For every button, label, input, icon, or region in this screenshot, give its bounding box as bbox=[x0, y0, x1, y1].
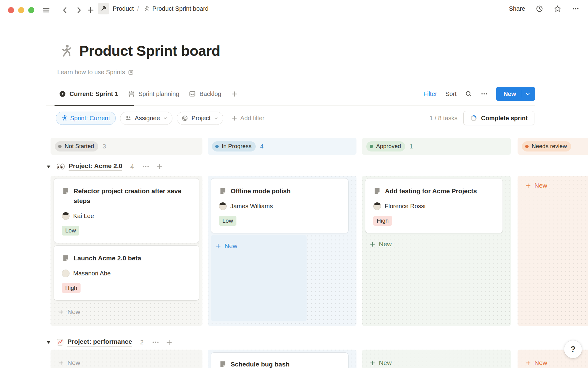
more-options-icon[interactable] bbox=[572, 5, 579, 13]
page-runner-icon[interactable] bbox=[58, 44, 72, 58]
page-icon bbox=[62, 187, 70, 206]
task-card[interactable]: Launch Acme 2.0 beta Masanori Abe High bbox=[54, 246, 199, 300]
group-add-icon[interactable] bbox=[166, 339, 173, 346]
assignee-name: Kai Lee bbox=[73, 213, 94, 220]
share-button[interactable]: Share bbox=[509, 5, 525, 12]
priority-badge: High bbox=[62, 283, 81, 293]
page-title[interactable]: Product Sprint board bbox=[79, 42, 220, 59]
help-button[interactable]: ? bbox=[564, 340, 582, 358]
add-filter-label: Add filter bbox=[240, 115, 265, 122]
task-card[interactable]: Schedule bug bash bbox=[211, 353, 348, 368]
group-header-acme: Project: Acme 2.0 4 bbox=[46, 159, 163, 174]
close-window-button[interactable] bbox=[8, 7, 14, 13]
task-title: Add testing for Acme Projects bbox=[385, 186, 477, 196]
titlebar-actions: Share bbox=[509, 0, 579, 17]
breadcrumb-separator: / bbox=[137, 5, 139, 12]
task-title: Launch Acme 2.0 beta bbox=[74, 253, 141, 263]
column-header-in-progress[interactable]: In Progress 4 bbox=[208, 138, 356, 155]
new-page-icon[interactable] bbox=[87, 6, 95, 14]
board-cell-acme-in-progress: Offline mode polish James Williams Low N… bbox=[208, 176, 356, 326]
group-add-icon[interactable] bbox=[156, 163, 163, 170]
new-card-button[interactable]: New bbox=[365, 237, 511, 251]
plus-icon bbox=[369, 360, 376, 366]
status-pill-in-progress[interactable]: In Progress bbox=[212, 141, 256, 151]
window-titlebar: Product / Product Sprint board Share bbox=[0, 0, 588, 17]
status-label: Approved bbox=[376, 143, 401, 150]
task-title: Refactor project creation after save ste… bbox=[74, 186, 191, 206]
collapse-triangle-icon[interactable] bbox=[46, 340, 51, 345]
tab-current-sprint[interactable]: Current: Sprint 1 bbox=[59, 90, 118, 98]
zoom-window-button[interactable] bbox=[28, 7, 34, 13]
new-card-label: New bbox=[67, 308, 80, 316]
group-more-icon[interactable] bbox=[142, 163, 150, 171]
priority-badge: High bbox=[373, 216, 392, 226]
search-icon[interactable] bbox=[465, 90, 472, 98]
filter-bar: Sprint: Current Assignee Project Add fil… bbox=[0, 111, 588, 125]
group-more-icon[interactable] bbox=[152, 338, 160, 346]
status-pill-approved[interactable]: Approved bbox=[366, 141, 405, 151]
minimize-window-button[interactable] bbox=[18, 7, 24, 13]
group-title[interactable]: Project: performance bbox=[67, 338, 132, 347]
column-header-not-started[interactable]: Not Started 3 bbox=[51, 138, 202, 155]
plus-icon bbox=[215, 243, 221, 249]
plus-icon bbox=[369, 241, 376, 247]
status-pill-not-started[interactable]: Not Started bbox=[55, 141, 98, 151]
tab-label: Sprint planning bbox=[138, 90, 179, 98]
back-icon[interactable] bbox=[61, 6, 69, 14]
priority-badge: Low bbox=[62, 226, 79, 236]
chevron-down-icon bbox=[525, 91, 531, 97]
avatar bbox=[62, 270, 70, 277]
tab-backlog[interactable]: Backlog bbox=[189, 90, 221, 98]
new-card-button[interactable]: New bbox=[54, 356, 202, 368]
column-header-needs-review[interactable]: Needs review bbox=[518, 138, 588, 155]
project-filter-label: Project bbox=[191, 115, 210, 122]
group-title[interactable]: Project: Acme 2.0 bbox=[69, 162, 122, 171]
new-card-label: New bbox=[67, 359, 80, 366]
add-view-icon[interactable] bbox=[231, 90, 238, 98]
assignee-name: Masanori Abe bbox=[73, 270, 111, 277]
view-more-icon[interactable] bbox=[481, 90, 488, 98]
tab-sprint-planning[interactable]: Sprint planning bbox=[128, 90, 179, 98]
avatar bbox=[373, 202, 381, 210]
breadcrumb-page[interactable]: Product Sprint board bbox=[153, 5, 209, 12]
sprint-filter-pill[interactable]: Sprint: Current bbox=[56, 112, 116, 125]
board-cell-performance-not-started: New bbox=[51, 350, 202, 368]
chart-emoji-icon bbox=[56, 338, 64, 346]
complete-sprint-button[interactable]: Complete sprint bbox=[463, 111, 534, 125]
column-header-approved[interactable]: Approved 1 bbox=[362, 138, 511, 155]
assignee-filter-pill[interactable]: Assignee bbox=[120, 112, 172, 125]
task-title: Schedule bug bash bbox=[231, 359, 290, 368]
plus-icon bbox=[58, 309, 64, 315]
new-task-button[interactable]: New bbox=[496, 87, 535, 101]
collapse-triangle-icon[interactable] bbox=[46, 164, 51, 169]
new-card-button[interactable]: New bbox=[521, 179, 588, 192]
forward-icon[interactable] bbox=[75, 6, 83, 14]
new-card-button[interactable]: New bbox=[54, 305, 202, 319]
runner-icon bbox=[60, 115, 67, 121]
breadcrumb-root[interactable]: Product bbox=[113, 5, 134, 12]
plus-icon bbox=[525, 182, 531, 189]
plus-icon bbox=[525, 360, 531, 366]
workspace-hammer-icon[interactable] bbox=[98, 3, 109, 14]
new-card-label: New bbox=[534, 182, 547, 189]
column-count: 3 bbox=[103, 143, 106, 150]
window-controls bbox=[8, 7, 34, 13]
assignee-filter-label: Assignee bbox=[135, 115, 160, 122]
history-clock-icon[interactable] bbox=[536, 5, 543, 13]
status-pill-needs-review[interactable]: Needs review bbox=[522, 141, 571, 151]
sidebar-toggle-icon[interactable] bbox=[42, 6, 50, 14]
new-card-button[interactable]: New bbox=[211, 239, 307, 253]
favorite-star-icon[interactable] bbox=[554, 5, 561, 13]
task-card[interactable]: Offline mode polish James Williams Low bbox=[211, 178, 348, 233]
new-card-button[interactable]: New bbox=[365, 356, 511, 368]
task-card[interactable]: Refactor project creation after save ste… bbox=[54, 178, 199, 243]
add-filter-button[interactable]: Add filter bbox=[231, 115, 265, 122]
sprints-help-link[interactable]: Learn how to use Sprints bbox=[57, 69, 134, 76]
task-card[interactable]: Add testing for Acme Projects Florence R… bbox=[365, 178, 503, 233]
status-label: In Progress bbox=[222, 143, 251, 150]
new-card-button[interactable]: New bbox=[521, 356, 588, 368]
filter-button[interactable]: Filter bbox=[424, 90, 437, 98]
sort-button[interactable]: Sort bbox=[445, 90, 457, 98]
board-cell-performance-in-progress: Schedule bug bash bbox=[208, 350, 356, 368]
project-filter-pill[interactable]: Project bbox=[177, 112, 223, 125]
